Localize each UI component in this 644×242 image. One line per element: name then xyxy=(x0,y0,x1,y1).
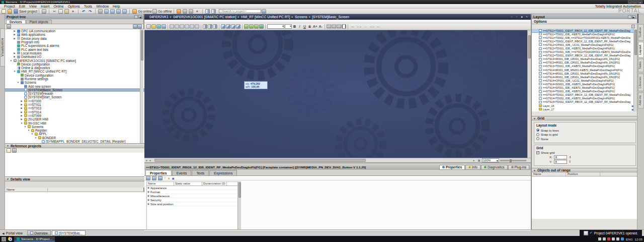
print-icon[interactable] xyxy=(42,9,46,14)
layout-mode-option[interactable]: Snap to lines xyxy=(536,128,633,133)
same-size-icon[interactable] xyxy=(213,24,217,29)
breadcrumb-item[interactable]: ▶ 04FER2VK1OC001 [SIMATIC PC station] xyxy=(169,15,236,19)
tree-row[interactable]: ▼ 04FER2VK1OC001 [SIMATIC PC station] xyxy=(5,58,144,62)
tree-scrollbar[interactable] xyxy=(140,29,143,143)
layer-row[interactable]: ==ST914=IR001_IDB_CR001_MediaPnDevDiagIn… xyxy=(532,72,638,75)
palette-tab[interactable]: Toolbox xyxy=(638,24,644,41)
tree-row[interactable]: [SYSTEM]Start_Screen xyxy=(5,95,144,99)
start-button[interactable] xyxy=(2,237,6,241)
expander-icon[interactable]: ▶ xyxy=(147,191,150,193)
expander-icon[interactable]: ▶ xyxy=(20,107,23,109)
line-style-dot-icon[interactable]: ··· xyxy=(363,24,369,29)
align-top-icon[interactable] xyxy=(185,24,189,29)
tree-row[interactable]: ▶ ==ST913 xyxy=(5,106,144,110)
tree-row[interactable]: Program info xyxy=(5,40,144,44)
menu-item[interactable]: Project xyxy=(2,5,17,8)
canvas-horizontal-scrollbar[interactable]: ◂ ▸ ▸ ▦ 100%▾ xyxy=(144,158,531,162)
line-style-dashdotdot-icon[interactable]: –·· xyxy=(376,24,382,29)
menu-item[interactable]: View xyxy=(27,5,39,8)
layer-row[interactable]: ==ST911=TD002_IDB_-KEB70_MediaPnDevDiagI… xyxy=(532,32,638,36)
stop-runtime-icon[interactable] xyxy=(122,9,127,14)
align-text-left-icon[interactable] xyxy=(327,24,331,29)
collapse-panel-icon[interactable]: ◀ xyxy=(138,15,142,19)
same-height-icon[interactable] xyxy=(208,24,212,29)
align-text-right-icon[interactable] xyxy=(337,24,341,29)
column-header[interactable]: Position xyxy=(566,172,600,176)
line-style-dash-icon[interactable]: – – xyxy=(356,24,362,29)
property-row[interactable]: ▶ Format xyxy=(147,190,240,194)
filter-tree-icon[interactable] xyxy=(7,24,11,29)
layers-scrollbar[interactable] xyxy=(633,29,637,111)
inspector-tab[interactable]: Texts xyxy=(192,170,209,175)
go-online-button[interactable] xyxy=(132,9,137,14)
tab-visualization[interactable]: Visualization xyxy=(0,28,5,67)
call-structure-icon[interactable] xyxy=(189,9,193,14)
tree-row[interactable]: ▶ Local modules xyxy=(5,51,144,55)
properties-scrollbar[interactable] xyxy=(237,182,241,229)
layer-row[interactable]: ==ST912=TD001_IDB_-KEB70_MediaPnDevDiagI… xyxy=(532,46,638,50)
expander-icon[interactable]: ▶ xyxy=(20,103,23,106)
layer-row[interactable]: ==ST914=TD002_IDB_-KEB70_MediaPnDevDiagI… xyxy=(532,97,638,100)
status-window-icon[interactable] xyxy=(584,231,588,235)
chrome-icon[interactable] xyxy=(8,237,12,241)
inspector-view-tab[interactable]: Diagnostics xyxy=(481,165,508,170)
grid-y-stepper[interactable]: 8▲▼ xyxy=(554,160,567,164)
project-tree-tab[interactable]: Devices xyxy=(6,20,26,24)
close-editor-button[interactable]: × xyxy=(525,15,529,19)
strikethrough-button[interactable]: S xyxy=(307,24,312,29)
layer-row[interactable]: ==ST911=TD002_IDENT_RBOX_12_IDB_IDENT_RF… xyxy=(532,39,638,43)
tree-row[interactable]: ▼ BONDER xyxy=(5,136,144,140)
expander-icon[interactable]: ▼ xyxy=(10,59,13,62)
inspector-view-tab[interactable]: Plug-ins xyxy=(508,165,529,170)
cut-icon[interactable]: ✂ xyxy=(52,9,57,14)
layer-row[interactable]: ==ST914=IR001_IDB_CR001_MediaPnDevDiagIn… xyxy=(532,75,638,79)
layer-row[interactable]: ==ST914=OP001_IDB_-UC01_MediaPnDevDiagIn… xyxy=(532,79,638,82)
menu-item[interactable]: Edit xyxy=(17,5,27,8)
collapse-all-icon[interactable] xyxy=(152,176,156,180)
open-project-icon[interactable] xyxy=(8,9,12,14)
tree-row[interactable]: [SYMB]APPL_BONDER_DELVOTEC_DETAIL [Regis… xyxy=(5,140,144,143)
tree-row[interactable]: ▶ ==ST999 xyxy=(5,114,144,117)
tree-row[interactable]: ▼ Screens xyxy=(5,81,144,84)
layer-row[interactable]: ==ST914=IR001_IDB_MS001-KEB70_MediaPnDev… xyxy=(532,68,638,72)
tree-row[interactable]: Runtime settings xyxy=(5,77,144,81)
line-style-solid-icon[interactable]: — xyxy=(350,24,356,29)
align-middle-icon[interactable] xyxy=(190,24,194,29)
expander-icon[interactable]: ▶ xyxy=(20,118,23,120)
expander-icon[interactable]: ▼ xyxy=(34,137,37,139)
tree-row[interactable]: PLC supervisions & alarms xyxy=(5,44,144,47)
layer-row[interactable]: ==ST914=SD001_IDB_-KEB70_MediaPnDevDiagI… xyxy=(532,82,638,86)
align-center-vertical-icon[interactable] xyxy=(175,24,179,29)
pin-panel-icon[interactable]: ▫ xyxy=(134,15,138,19)
upload-from-device-icon[interactable] xyxy=(110,9,115,14)
tree-row[interactable]: ▼ Screens xyxy=(5,125,144,129)
collapse-palette-icon[interactable]: ▶ xyxy=(632,15,635,19)
eye-icon[interactable]: ◉ xyxy=(172,176,174,180)
palette-tab[interactable]: Layout xyxy=(638,42,644,58)
property-row[interactable]: ▶ Size and position xyxy=(147,202,240,206)
goto-device-icon[interactable] xyxy=(137,24,142,29)
expand-all-icon[interactable] xyxy=(158,176,163,180)
maximize-editor-button[interactable]: ■ xyxy=(520,15,524,19)
details-view-header[interactable]: ▼ Details view xyxy=(5,176,144,182)
column-header[interactable]: Dynamization (0) xyxy=(202,182,227,186)
layer-row[interactable]: ==ST912=OP001_IDB_-UC01_MediaPnDevDiagIn… xyxy=(532,43,638,46)
layer-row[interactable]: ==ST914=TD001_IDENT_RBOX_12_IDB_IDENT_RF… xyxy=(532,93,638,97)
bold-button[interactable]: B xyxy=(292,24,297,29)
layer-row[interactable]: ==ST911=TD002_IDB_==ST911=TD002RF001-KEB… xyxy=(532,36,638,39)
breadcrumb-item[interactable]: 04FER2VK1 xyxy=(146,15,169,19)
layer-row[interactable]: ==ST912=TD001_IDENT_RBOX_12_IDB_IDENT_RF… xyxy=(532,54,638,57)
zoom-slider[interactable] xyxy=(500,160,526,161)
column-header[interactable]: Name xyxy=(147,182,174,186)
expander-icon[interactable]: ▶ xyxy=(13,55,16,58)
scroll-right-icon[interactable]: ▸ xyxy=(148,159,152,162)
group-icon[interactable] xyxy=(231,24,235,29)
tree-row[interactable]: ▶ ==ST000 xyxy=(5,99,144,103)
property-row[interactable]: ▶ Security xyxy=(147,198,240,202)
align-bottom-icon[interactable] xyxy=(195,24,199,29)
portal-view-button[interactable]: Portal view xyxy=(6,231,23,235)
canvas-vertical-scrollbar[interactable] xyxy=(527,30,531,158)
tree-row[interactable]: Device configuration xyxy=(5,74,144,77)
menu-item[interactable]: Help xyxy=(111,5,122,8)
float-palette-icon[interactable]: ▫ xyxy=(628,15,631,19)
